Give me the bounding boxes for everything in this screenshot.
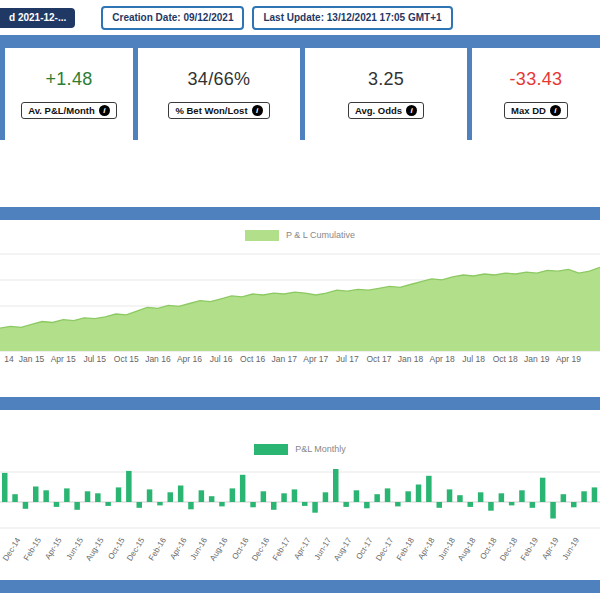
cumulative-chart-section: P & L Cumulative 14Jan 15Apr 15Jul 15Oct… <box>0 228 600 367</box>
monthly-bar <box>561 494 567 502</box>
monthly-bar <box>592 487 598 502</box>
stat-label-box: Av. P&L/Month i <box>21 102 117 119</box>
monthly-x-axis: Dec-14Feb-15Apr-15Jun-15Aug-15Oct-15Dec-… <box>0 534 600 574</box>
x-tick-label: Apr 15 <box>51 354 76 364</box>
x-tick-label: Jul 18 <box>462 354 485 364</box>
monthly-bar <box>302 502 308 506</box>
x-tick-label: Jan 16 <box>145 354 171 364</box>
monthly-legend-swatch <box>254 444 288 455</box>
stat-label-box: Max DD i <box>504 102 568 119</box>
monthly-bar <box>64 488 70 502</box>
stat-label-box: Avg. Odds i <box>348 102 424 119</box>
monthly-legend: P&L Monthly <box>0 442 600 456</box>
monthly-bar <box>157 502 163 505</box>
monthly-bar <box>126 471 132 502</box>
x-tick-label: Oct 15 <box>114 354 139 364</box>
divider-bar-top <box>0 35 600 48</box>
x-tick-label: Jan 17 <box>271 354 297 364</box>
monthly-bar <box>540 478 546 502</box>
creation-date-badge: Creation Date: 09/12/2021 <box>101 6 244 30</box>
x-tick-label: Oct 18 <box>493 354 518 364</box>
info-icon[interactable]: i <box>550 105 561 116</box>
x-tick-label: Apr 19 <box>556 354 581 364</box>
spacer <box>0 140 600 207</box>
monthly-bar <box>395 502 401 506</box>
x-tick-label: Jul 15 <box>83 354 106 364</box>
monthly-bar <box>312 502 318 513</box>
x-tick-label: Apr 16 <box>177 354 202 364</box>
monthly-bar <box>364 502 370 508</box>
monthly-bar <box>478 492 484 502</box>
monthly-bar <box>261 491 267 502</box>
x-tick-label: Apr 17 <box>303 354 328 364</box>
stat-label: Max DD <box>511 105 546 116</box>
monthly-bar <box>374 494 380 502</box>
monthly-bar <box>499 493 505 502</box>
x-tick-label: Apr 18 <box>430 354 455 364</box>
stat-label: Av. P&L/Month <box>28 105 95 116</box>
info-icon[interactable]: i <box>252 105 263 116</box>
monthly-bar <box>354 490 360 502</box>
x-tick-label: 14 <box>4 354 13 364</box>
cumulative-x-axis: 14Jan 15Apr 15Jul 15Oct 15Jan 16Apr 16Ju… <box>0 353 600 367</box>
stat-card-avg-odds: 3.25 Avg. Odds i <box>300 48 467 140</box>
x-tick-label: Jan 19 <box>524 354 550 364</box>
info-icon[interactable]: i <box>99 105 110 116</box>
monthly-bar <box>271 502 277 510</box>
x-tick-label: Jan 18 <box>398 354 424 364</box>
monthly-bar <box>385 488 391 502</box>
monthly-bar <box>519 490 525 502</box>
header-badges: d 2021-12-... Creation Date: 09/12/2021 … <box>0 0 600 35</box>
info-icon[interactable]: i <box>406 105 417 116</box>
x-tick-label: Jan 15 <box>19 354 45 364</box>
monthly-bar <box>333 469 339 502</box>
stats-row: +1.48 Av. P&L/Month i 34/66% % Bet Won/L… <box>0 48 600 140</box>
monthly-bar <box>292 489 298 502</box>
stat-card-avg-pl-month: +1.48 Av. P&L/Month i <box>0 48 133 140</box>
monthly-bar <box>199 490 205 502</box>
monthly-bar <box>74 502 80 510</box>
spacer <box>0 367 600 397</box>
x-tick-label: Jul 17 <box>336 354 359 364</box>
monthly-bar <box>530 502 536 508</box>
monthly-bar <box>581 491 587 502</box>
stat-value: +1.48 <box>45 69 92 90</box>
monthly-chart <box>0 462 600 534</box>
divider-bar-cumulative <box>0 207 600 220</box>
monthly-bar <box>230 488 236 502</box>
dashboard: d 2021-12-... Creation Date: 09/12/2021 … <box>0 0 600 593</box>
monthly-bar <box>405 491 411 502</box>
monthly-bar <box>509 502 515 505</box>
monthly-bar <box>468 502 474 507</box>
cumulative-chart <box>0 248 600 353</box>
monthly-bar <box>188 502 194 509</box>
stat-label-box: % Bet Won/Lost i <box>168 102 269 119</box>
monthly-bar <box>54 502 60 507</box>
divider-bar-bottom <box>0 580 600 593</box>
stat-label: Avg. Odds <box>355 105 402 116</box>
cumulative-legend-label: P & L Cumulative <box>286 230 355 240</box>
monthly-chart-section: P&L Monthly Dec-14Feb-15Apr-15Jun-15Aug-… <box>0 442 600 574</box>
cumulative-legend: P & L Cumulative <box>0 228 600 242</box>
monthly-bar <box>168 492 174 502</box>
monthly-bar <box>116 487 122 502</box>
monthly-bar <box>343 502 349 507</box>
monthly-bar <box>12 494 17 502</box>
monthly-legend-label: P&L Monthly <box>295 444 346 454</box>
monthly-bar <box>240 475 246 502</box>
divider-bar-monthly <box>0 397 600 410</box>
stat-card-bet-won-lost: 34/66% % Bet Won/Lost i <box>133 48 300 140</box>
monthly-bar <box>137 502 143 508</box>
monthly-bar <box>95 493 101 502</box>
period-badge[interactable]: d 2021-12-... <box>0 8 75 28</box>
monthly-bar <box>426 476 432 502</box>
monthly-bar <box>571 502 577 507</box>
monthly-bar <box>416 485 422 503</box>
last-update-badge: Last Update: 13/12/2021 17:05 GMT+1 <box>252 6 452 30</box>
monthly-bar <box>85 491 91 502</box>
monthly-bar <box>105 502 111 506</box>
stat-label: % Bet Won/Lost <box>175 105 247 116</box>
stat-value: 34/66% <box>188 69 251 90</box>
monthly-bar <box>209 496 215 502</box>
monthly-bar <box>23 502 29 509</box>
